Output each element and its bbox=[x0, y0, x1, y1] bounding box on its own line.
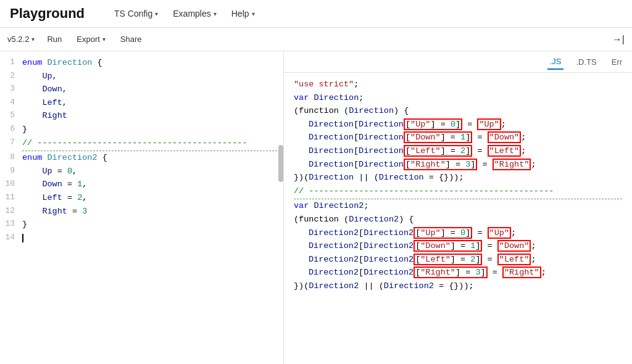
chevron-down-icon: ▾ bbox=[31, 36, 35, 43]
highlight-box-14: "Left" bbox=[497, 254, 531, 265]
js-line-12: Direction2[Direction2["Up"] = 0] = "Up"; bbox=[294, 226, 622, 240]
highlight-box-8: "Right" bbox=[493, 159, 531, 170]
chevron-down-icon: ▾ bbox=[155, 10, 158, 17]
editor-line-6: 6 } bbox=[0, 123, 283, 136]
highlight-box-3: ["Down"] = 1] bbox=[404, 131, 472, 143]
tab-dts[interactable]: .D.TS bbox=[573, 55, 599, 69]
editor-line-8: 8 enum Direction2 { bbox=[0, 151, 283, 165]
highlight-box-9: ["Up"] = 0] bbox=[414, 227, 472, 239]
editor-line-12: 12 Right = 3 bbox=[0, 205, 283, 218]
export-dropdown[interactable]: Export ▾ bbox=[74, 33, 108, 45]
editor-line-5: 5 Right bbox=[0, 109, 283, 123]
js-line-1: "use strict"; bbox=[294, 78, 622, 91]
editor-line-9: 9 Up = 0, bbox=[0, 165, 283, 178]
editor-line-10: 10 Down = 1, bbox=[0, 178, 283, 191]
highlight-box-7: ["Right"] = 3] bbox=[404, 159, 477, 170]
output-pane: .JS .D.TS Err "use strict"; var Directio… bbox=[284, 51, 632, 364]
chevron-down-icon: ▾ bbox=[252, 10, 255, 17]
editor-line-2: 2 Up, bbox=[0, 70, 283, 83]
share-button[interactable]: Share bbox=[118, 33, 144, 45]
js-line-5: Direction[Direction["Down"] = 1] = "Down… bbox=[294, 131, 622, 144]
editor-line-1: 1 enum Direction { bbox=[0, 56, 283, 70]
highlight-box-1: ["Up"] = 0] bbox=[404, 118, 462, 130]
editor-line-4: 4 Left, bbox=[0, 96, 283, 110]
nav-ts-config[interactable]: TS Config ▾ bbox=[114, 9, 158, 19]
editor-line-13: 13 } bbox=[0, 218, 283, 231]
js-output: "use strict"; var Direction; (function (… bbox=[284, 73, 632, 364]
text-cursor bbox=[22, 234, 23, 242]
highlight-box-6: "Left" bbox=[488, 145, 522, 157]
version-selector[interactable]: v5.2.2 ▾ bbox=[7, 35, 35, 44]
js-line-6: Direction[Direction["Left"] = 2] = "Left… bbox=[294, 144, 622, 158]
js-line-4: Direction[Direction["Up"] = 0] = "Up"; bbox=[294, 118, 622, 131]
tab-js[interactable]: .JS bbox=[547, 54, 564, 70]
js-line-3: (function (Direction) { bbox=[294, 104, 622, 118]
js-line-7: Direction[Direction["Right"] = 3] = "Rig… bbox=[294, 158, 622, 172]
collapse-button[interactable]: →| bbox=[612, 34, 625, 45]
js-line-11: (function (Direction2) { bbox=[294, 213, 622, 226]
highlight-box-13: ["Left"] = 2] bbox=[414, 254, 482, 265]
chevron-down-icon: ▾ bbox=[102, 36, 106, 43]
nav-help[interactable]: Help ▾ bbox=[231, 9, 255, 19]
js-line-9: // -------------------------------------… bbox=[294, 184, 622, 200]
tab-errors[interactable]: Err bbox=[609, 55, 625, 69]
js-line-16: })(Direction2 || (Direction2 = {})); bbox=[294, 279, 622, 293]
editor-line-3: 3 Down, bbox=[0, 83, 283, 96]
editor-line-14: 14 bbox=[0, 231, 283, 245]
run-button[interactable]: Run bbox=[44, 33, 64, 45]
top-nav: Playground TS Config ▾ Examples ▾ Help ▾ bbox=[0, 0, 632, 28]
js-line-14: Direction2[Direction2["Left"] = 2] = "Le… bbox=[294, 253, 622, 267]
app-title: Playground bbox=[10, 6, 85, 22]
toolbar: v5.2.2 ▾ Run Export ▾ Share →| bbox=[0, 28, 632, 51]
js-line-2: var Direction; bbox=[294, 91, 622, 105]
js-line-8: })(Direction || (Direction = {})); bbox=[294, 171, 622, 184]
scrollbar-thumb[interactable] bbox=[278, 145, 283, 182]
highlight-box-4: "Down" bbox=[488, 131, 522, 143]
main-area: 1 enum Direction { 2 Up, 3 Down, 4 Left, bbox=[0, 51, 632, 364]
editor-line-11: 11 Left = 2, bbox=[0, 191, 283, 205]
js-line-10: var Direction2; bbox=[294, 199, 622, 213]
highlight-box-2: "Up" bbox=[477, 118, 501, 130]
highlight-box-5: ["Left"] = 2] bbox=[404, 145, 472, 157]
chevron-down-icon: ▾ bbox=[214, 10, 217, 17]
highlight-box-11: ["Down"] = 1] bbox=[414, 240, 482, 252]
highlight-box-10: "Up" bbox=[488, 227, 511, 239]
output-tabs-bar: .JS .D.TS Err bbox=[284, 51, 632, 73]
js-line-13: Direction2[Direction2["Down"] = 1] = "Do… bbox=[294, 239, 622, 253]
editor-pane: 1 enum Direction { 2 Up, 3 Down, 4 Left, bbox=[0, 51, 284, 364]
highlight-box-12: "Down" bbox=[497, 240, 531, 252]
highlight-box-15: ["Right"] = 3] bbox=[414, 267, 487, 278]
code-editor[interactable]: 1 enum Direction { 2 Up, 3 Down, 4 Left, bbox=[0, 51, 283, 364]
nav-examples[interactable]: Examples ▾ bbox=[173, 9, 216, 19]
editor-line-7: 7 // -----------------------------------… bbox=[0, 136, 283, 152]
highlight-box-16: "Right" bbox=[502, 267, 541, 278]
js-line-15: Direction2[Direction2["Right"] = 3] = "R… bbox=[294, 266, 622, 279]
